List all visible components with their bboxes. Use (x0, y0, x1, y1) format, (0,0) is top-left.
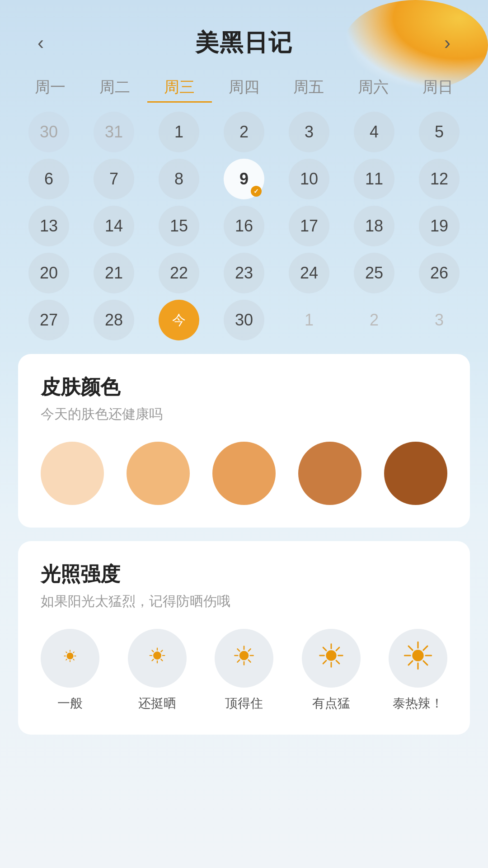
calendar-day-12[interactable]: 11 (343, 159, 405, 199)
calendar-day-31[interactable]: 30 (213, 300, 275, 340)
weekday-wed: 周三 (147, 72, 212, 103)
intensity-item-1[interactable]: 还挺晒 (128, 629, 187, 712)
svg-point-0 (66, 652, 73, 659)
calendar-day-11[interactable]: 10 (278, 159, 340, 199)
calendar-day-14[interactable]: 13 (18, 206, 80, 246)
skin-color-card: 皮肤颜色 今天的肤色还健康吗 (18, 354, 470, 528)
day-circle-17: 16 (224, 206, 264, 246)
sun-icon-2 (230, 642, 258, 675)
svg-line-33 (323, 647, 326, 651)
weekday-header: 周一 周二 周三 周四 周五 周六 周日 (18, 72, 470, 103)
svg-line-11 (161, 659, 162, 660)
calendar-day-30[interactable]: 今 (148, 300, 210, 340)
intensity-sun-circle-3 (302, 629, 361, 688)
calendar-day-21[interactable]: 20 (18, 253, 80, 293)
svg-line-6 (66, 652, 67, 653)
calendar-container: 周一 周二 周三 周四 周五 周六 周日 3031123456789101112… (0, 72, 488, 340)
prev-icon: ‹ (38, 32, 44, 54)
calendar-day-5[interactable]: 4 (343, 112, 405, 152)
svg-line-2 (73, 659, 74, 660)
calendar-day-10[interactable]: 9 (213, 159, 275, 199)
calendar-day-22[interactable]: 21 (83, 253, 145, 293)
intensity-item-0[interactable]: 一般 (41, 629, 99, 712)
page-title: 美黑日记 (195, 27, 293, 59)
intensity-sun-circle-4 (389, 629, 447, 688)
day-circle-2: 1 (159, 112, 199, 152)
skin-title: 皮肤颜色 (41, 374, 447, 401)
calendar-day-32[interactable]: 1 (278, 300, 340, 340)
svg-point-27 (326, 650, 336, 660)
bottom-space (0, 748, 488, 784)
svg-line-15 (152, 650, 153, 651)
calendar-day-13[interactable]: 12 (408, 159, 470, 199)
svg-line-29 (336, 660, 339, 664)
weekday-fri: 周五 (276, 72, 341, 103)
calendar-day-3[interactable]: 2 (213, 112, 275, 152)
calendar-day-1[interactable]: 31 (83, 112, 145, 152)
calendar-day-8[interactable]: 7 (83, 159, 145, 199)
calendar-day-24[interactable]: 23 (213, 253, 275, 293)
calendar-day-28[interactable]: 27 (18, 300, 80, 340)
next-icon: › (444, 32, 450, 54)
intensity-item-2[interactable]: 顶得住 (215, 629, 273, 712)
sun-icon-4 (401, 639, 435, 678)
intensity-item-3[interactable]: 有点猛 (302, 629, 361, 712)
intensity-label-1: 还挺晒 (138, 695, 176, 712)
skin-swatch-lightest[interactable] (41, 442, 104, 505)
prev-month-button[interactable]: ‹ (27, 29, 54, 57)
intensity-label-3: 有点猛 (312, 695, 350, 712)
sun-icon-0 (60, 645, 80, 671)
calendar-day-2[interactable]: 1 (148, 112, 210, 152)
svg-line-4 (66, 659, 67, 660)
day-circle-23: 22 (159, 253, 199, 293)
intensity-sun-circle-1 (128, 629, 187, 688)
calendar-day-19[interactable]: 18 (343, 206, 405, 246)
skin-swatch-light[interactable] (127, 442, 190, 505)
intensity-label-4: 泰热辣！ (393, 695, 443, 712)
calendar-day-26[interactable]: 25 (343, 253, 405, 293)
next-month-button[interactable]: › (434, 29, 461, 57)
day-circle-10: 9 (224, 159, 264, 199)
svg-point-9 (153, 651, 161, 660)
calendar-day-34[interactable]: 3 (408, 300, 470, 340)
day-circle-11: 10 (289, 159, 329, 199)
calendar-day-18[interactable]: 17 (278, 206, 340, 246)
calendar-day-7[interactable]: 6 (18, 159, 80, 199)
svg-line-31 (323, 660, 326, 664)
svg-line-38 (423, 661, 427, 665)
svg-line-13 (152, 659, 153, 660)
svg-point-18 (239, 651, 249, 660)
day-circle-20: 19 (419, 206, 460, 246)
calendar-day-20[interactable]: 19 (408, 206, 470, 246)
weekday-thu: 周四 (212, 72, 277, 103)
calendar-day-15[interactable]: 14 (83, 206, 145, 246)
day-circle-32: 1 (289, 300, 329, 340)
calendar-day-23[interactable]: 22 (148, 253, 210, 293)
day-circle-33: 2 (354, 300, 394, 340)
day-circle-6: 5 (419, 112, 460, 152)
calendar-day-9[interactable]: 8 (148, 159, 210, 199)
calendar-day-0[interactable]: 30 (18, 112, 80, 152)
intensity-sun-circle-2 (215, 629, 273, 688)
skin-swatch-medium[interactable] (298, 442, 361, 505)
header: ‹ 美黑日记 › (0, 0, 488, 72)
day-circle-25: 24 (289, 253, 329, 293)
calendar-day-4[interactable]: 3 (278, 112, 340, 152)
day-circle-26: 25 (354, 253, 394, 293)
skin-swatch-medium-light[interactable] (212, 442, 276, 505)
intensity-item-4[interactable]: 泰热辣！ (389, 629, 447, 712)
day-circle-22: 21 (94, 253, 134, 293)
svg-line-35 (336, 647, 339, 651)
calendar-day-16[interactable]: 15 (148, 206, 210, 246)
day-circle-1: 31 (94, 112, 134, 152)
calendar-day-6[interactable]: 5 (408, 112, 470, 152)
calendar-day-25[interactable]: 24 (278, 253, 340, 293)
day-circle-4: 3 (289, 112, 329, 152)
skin-swatch-dark[interactable] (384, 442, 447, 505)
calendar-day-17[interactable]: 16 (213, 206, 275, 246)
calendar-day-27[interactable]: 26 (408, 253, 470, 293)
calendar-day-33[interactable]: 2 (343, 300, 405, 340)
day-circle-3: 2 (224, 112, 264, 152)
calendar-day-29[interactable]: 28 (83, 300, 145, 340)
day-circle-24: 23 (224, 253, 264, 293)
